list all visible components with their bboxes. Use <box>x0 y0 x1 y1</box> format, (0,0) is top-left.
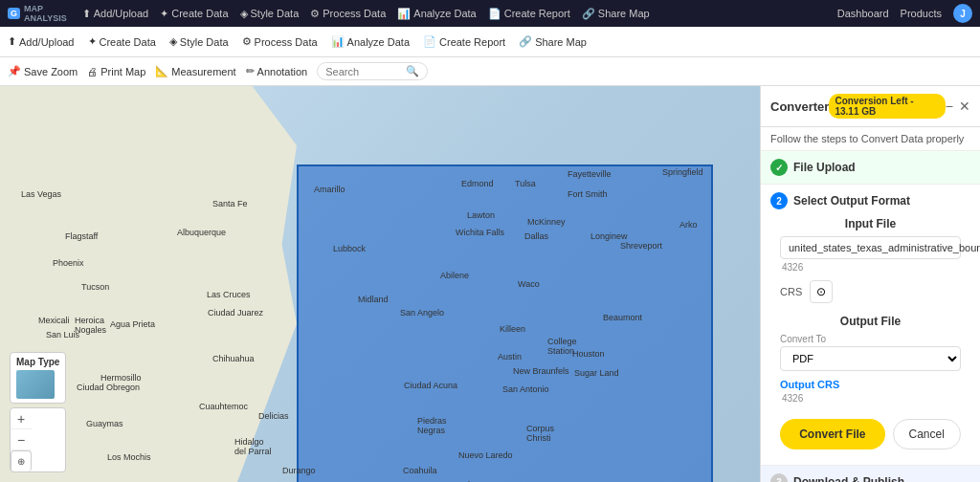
zoom-controls: + − ⊕ <box>10 407 66 472</box>
products-link[interactable]: Products <box>901 8 942 19</box>
search-input[interactable] <box>325 66 402 77</box>
converter-title: Converter <box>770 99 829 114</box>
app-logo: G MAPANALYSIS <box>8 4 67 23</box>
top-nav-share-map[interactable]: 🔗 Share Map <box>582 8 650 20</box>
logo-text: MAPANALYSIS <box>24 4 67 23</box>
step-2-number: 2 <box>770 192 788 209</box>
action-buttons: Convert File Cancel <box>770 411 970 457</box>
map-controls: Map Type + − ⊕ <box>10 352 66 472</box>
second-nav-bar: ⬆ Add/Upload ✦ Create Data ◈ Style Data … <box>0 27 980 57</box>
second-nav-create-data[interactable]: ✦ Create Data <box>88 35 156 48</box>
crs-scan-button[interactable]: ⊙ <box>810 280 833 303</box>
top-nav-analyze-data[interactable]: 📊 Analyze Data <box>397 8 476 20</box>
conversion-left-badge: Conversion Left - 13.11 GB <box>829 94 945 119</box>
output-file-section: Output File Convert To PDF Output CRS 43… <box>770 315 970 411</box>
output-crs-link[interactable]: Output CRS <box>780 379 961 390</box>
top-nav-create-data[interactable]: ✦ Create Data <box>160 8 228 20</box>
second-nav-create-report[interactable]: 📄 Create Report <box>423 35 505 48</box>
main-content: Las Vegas Flagstaff Phoenix Tucson Mexic… <box>0 86 980 482</box>
zoom-in-button[interactable]: + <box>11 408 32 429</box>
crs-label: CRS <box>780 286 802 297</box>
input-filename-field: united_states_texas_administrative_bound… <box>780 236 961 259</box>
panel-actions: − ✕ <box>946 99 970 114</box>
map-toolbar: 📌 Save Zoom 🖨 Print Map 📐 Measurement ✏ … <box>0 57 980 86</box>
dashboard-link[interactable]: Dashboard <box>837 8 889 19</box>
search-box[interactable]: 🔍 <box>317 62 428 80</box>
step-1-number: ✓ <box>770 159 788 176</box>
compass-button[interactable]: ⊕ <box>11 450 32 471</box>
step-2-output-format: 2 Select Output Format Input File united… <box>761 185 980 466</box>
zoom-out-button[interactable]: − <box>11 429 32 450</box>
second-nav-analyze-data[interactable]: 📊 Analyze Data <box>331 35 410 48</box>
top-nav-style-data[interactable]: ◈ Style Data <box>240 8 300 20</box>
top-nav-create-report[interactable]: 📄 Create Report <box>488 8 570 20</box>
cancel-button[interactable]: Cancel <box>893 419 961 449</box>
output-format-select[interactable]: PDF <box>780 346 961 371</box>
step-1-label: File Upload <box>793 161 856 174</box>
top-nav-process-data[interactable]: ⚙ Process Data <box>310 8 386 20</box>
top-nav-items: ⬆ Add/Upload ✦ Create Data ◈ Style Data … <box>82 8 822 20</box>
second-nav-process-data[interactable]: ⚙ Process Data <box>242 35 318 48</box>
second-nav-share-map[interactable]: 🔗 Share Map <box>519 35 587 48</box>
follow-steps-text: Follow the steps to Convert Data properl… <box>761 127 980 151</box>
top-nav-add-upload[interactable]: ⬆ Add/Upload <box>82 8 149 20</box>
second-nav-style-data[interactable]: ◈ Style Data <box>169 35 229 48</box>
output-file-title: Output File <box>780 315 961 328</box>
second-nav-add-upload[interactable]: ⬆ Add/Upload <box>8 35 75 48</box>
minimize-icon[interactable]: − <box>946 99 953 114</box>
close-panel-button[interactable]: ✕ <box>959 99 970 114</box>
map-type-box: Map Type <box>10 352 66 404</box>
top-nav-right: Dashboard Products J <box>837 4 972 23</box>
search-icon: 🔍 <box>406 65 419 77</box>
convert-file-button[interactable]: Convert File <box>780 419 884 449</box>
converter-panel: Converter Conversion Left - 13.11 GB − ✕… <box>760 86 980 482</box>
texas-highlight-overlay <box>297 164 713 482</box>
step-2-label: Select Output Format <box>793 194 910 208</box>
input-file-section: Input File united_states_texas_administr… <box>770 217 970 307</box>
step-3-download: 3 Download & Publish <box>761 466 980 482</box>
step-3-number: 3 <box>770 473 788 482</box>
crs-row: CRS ⊙ <box>780 280 961 303</box>
top-nav-bar: G MAPANALYSIS ⬆ Add/Upload ✦ Create Data… <box>0 0 980 27</box>
annotation-button[interactable]: ✏ Annotation <box>246 65 308 77</box>
map-area[interactable]: Las Vegas Flagstaff Phoenix Tucson Mexic… <box>0 86 760 482</box>
input-file-title: Input File <box>780 217 961 230</box>
save-zoom-button[interactable]: 📌 Save Zoom <box>8 65 78 77</box>
step-3-label: Download & Publish <box>793 475 904 482</box>
input-field-code: 4326 <box>780 262 961 273</box>
map-type-label: Map Type <box>16 357 59 367</box>
convert-to-label: Convert To <box>780 334 961 344</box>
user-avatar[interactable]: J <box>953 4 972 23</box>
print-map-button[interactable]: 🖨 Print Map <box>87 66 145 77</box>
step-1-file-upload: ✓ File Upload <box>761 151 980 185</box>
logo-icon: G <box>8 8 20 19</box>
panel-header: Converter Conversion Left - 13.11 GB − ✕ <box>761 86 980 127</box>
output-crs-code: 4326 <box>780 393 961 404</box>
measurement-button[interactable]: 📐 Measurement <box>155 65 235 77</box>
map-type-thumbnail[interactable] <box>16 370 55 399</box>
